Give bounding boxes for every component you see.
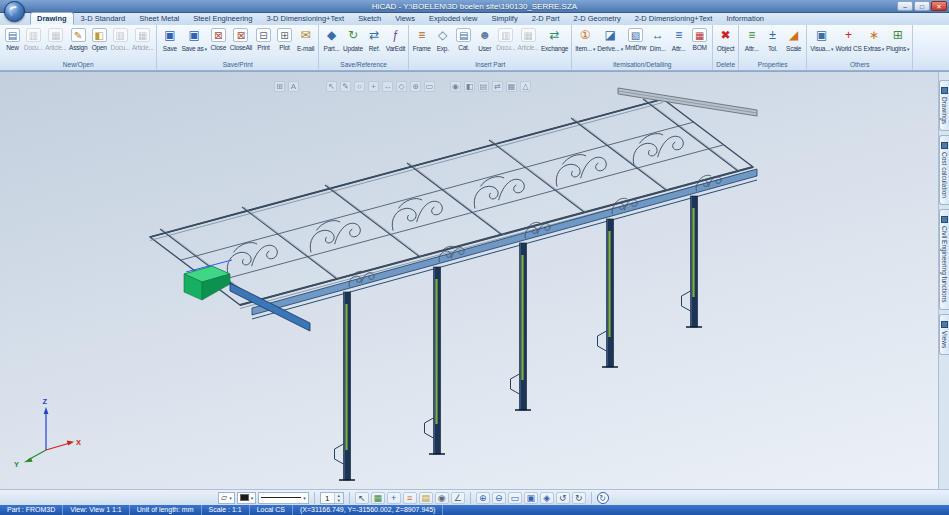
ribbon-button-closeall[interactable]: ⊠CloseAll: [229, 26, 253, 60]
colour-dropdown[interactable]: ▾: [237, 492, 257, 504]
ribbon-button-article[interactable]: ▦Article...: [516, 26, 539, 60]
minimize-button[interactable]: –: [897, 1, 913, 11]
point-snap-icon[interactable]: ◉: [435, 492, 449, 504]
roof-frame[interactable]: [150, 99, 753, 309]
dimension-icon[interactable]: ↔: [382, 81, 393, 92]
capture-shape-dropdown[interactable]: ▱▾: [218, 492, 235, 504]
tab-2-d-geometry[interactable]: 2-D Geometry: [567, 12, 628, 25]
ribbon-button-varedit[interactable]: ƒVarEdit: [385, 26, 406, 60]
circle-icon[interactable]: ○: [354, 81, 365, 92]
ribbon-button-ref[interactable]: ⇄Ref.: [364, 26, 385, 60]
text-icon[interactable]: A: [288, 81, 299, 92]
half-section-icon[interactable]: ◧: [464, 81, 475, 92]
tab-simplify[interactable]: Simplify: [484, 12, 524, 25]
tab-exploded-view[interactable]: Exploded view: [422, 12, 484, 25]
ribbon-button-new[interactable]: ▤New: [2, 26, 23, 60]
ribbon-button-user[interactable]: ☻User: [474, 26, 495, 60]
ribbon-button-exchange[interactable]: ⇄Exchange: [540, 26, 569, 60]
ribbon-button-attr[interactable]: ≡Attr...: [668, 26, 689, 60]
tab-drawing[interactable]: Drawing: [30, 12, 74, 25]
cantilever-beam[interactable]: [618, 88, 757, 116]
line-type-dropdown[interactable]: ▾: [258, 492, 309, 504]
column-3[interactable]: [511, 243, 532, 410]
ribbon-button-dim[interactable]: ↔Dim...: [647, 26, 668, 60]
ribbon-button-part[interactable]: ◆Part...: [321, 26, 342, 60]
tab-steel-engineering[interactable]: Steel Engineering: [186, 12, 259, 25]
sheet-icon[interactable]: ▤: [419, 492, 433, 504]
rectangle-icon[interactable]: ▭: [424, 81, 435, 92]
ribbon-button-e-mail[interactable]: ✉E-mail: [295, 26, 316, 60]
ribbon-button-docu[interactable]: ▥Docu...: [495, 26, 516, 60]
tab-sheet-metal[interactable]: Sheet Metal: [132, 12, 186, 25]
cursor-select-icon[interactable]: ↖: [355, 492, 369, 504]
ribbon-button-plot[interactable]: ⊞Plot: [274, 26, 295, 60]
tab-sketch[interactable]: Sketch: [351, 12, 388, 25]
side-tab-civil-engineering-functions[interactable]: Civil Engineering functions: [939, 209, 949, 310]
tab-2-d-dimensioning-text[interactable]: 2-D Dimensioning+Text: [628, 12, 720, 25]
ribbon-button-world-cs[interactable]: +World CS: [834, 26, 862, 60]
ribbon-button-tol[interactable]: ±Tol.: [762, 26, 783, 60]
tab-3-d-standard[interactable]: 3-D Standard: [74, 12, 133, 25]
select-arrow-icon[interactable]: ↖: [326, 81, 337, 92]
spinner-down-icon[interactable]: ▼: [335, 498, 343, 503]
grid-icon[interactable]: ⊞: [274, 81, 285, 92]
snap-icon[interactable]: +: [387, 492, 401, 504]
ribbon-button-docu[interactable]: ▥Docu...: [110, 26, 131, 60]
ribbon-button-update[interactable]: ↻Update: [342, 26, 364, 60]
pencil-icon[interactable]: ✎: [340, 81, 351, 92]
zoom-window-icon[interactable]: ▭: [508, 492, 522, 504]
zoom-fit-icon[interactable]: ▣: [524, 492, 538, 504]
ribbon-button-plugins[interactable]: ⊞Plugins▾: [885, 26, 910, 60]
ribbon-button-save[interactable]: ▣Save: [159, 26, 180, 60]
selected-part[interactable]: [184, 260, 310, 331]
zoom-icon[interactable]: ⊕: [410, 81, 421, 92]
maximize-button[interactable]: □: [914, 1, 930, 11]
ribbon-button-article[interactable]: ▦Article...: [131, 26, 154, 60]
polygon-icon[interactable]: ◇: [396, 81, 407, 92]
grid-icon[interactable]: ▦: [371, 492, 385, 504]
ribbon-button-derive[interactable]: ◪Derive...▾: [596, 26, 624, 60]
layers-icon[interactable]: ≡: [403, 492, 417, 504]
point-icon[interactable]: +: [368, 81, 379, 92]
tab-2-d-part[interactable]: 2-D Part: [525, 12, 567, 25]
zoom-out-icon[interactable]: ⊖: [492, 492, 506, 504]
ribbon-button-cat[interactable]: ▤Cat.: [453, 26, 474, 60]
ribbon-button-bom[interactable]: ▦BOM: [689, 26, 710, 60]
side-tab-views[interactable]: Views: [939, 314, 949, 355]
ribbon-button-scale[interactable]: ◢Scale: [783, 26, 804, 60]
ribbon-button-exp[interactable]: ◇Exp.: [432, 26, 453, 60]
swap-view-icon[interactable]: ⇄: [492, 81, 503, 92]
tab-views[interactable]: Views: [388, 12, 422, 25]
side-tab-cost-calculation[interactable]: Cost calculation: [939, 135, 949, 205]
sheet-view-icon[interactable]: ▤: [478, 81, 489, 92]
model-canvas[interactable]: Z X Y: [0, 72, 938, 489]
ribbon-button-assign[interactable]: ✎Assign: [68, 26, 89, 60]
pan-icon[interactable]: ◈: [540, 492, 554, 504]
ribbon-button-docu[interactable]: ▥Docu...: [23, 26, 44, 60]
ribbon-button-visua[interactable]: ▣Visua...▾: [809, 26, 834, 60]
ribbon-button-print[interactable]: ⊟Print: [253, 26, 274, 60]
ribbon-button-mntdrw[interactable]: ▧MntDrw: [624, 26, 647, 60]
column-4[interactable]: [598, 219, 619, 367]
hicad-application-button[interactable]: [4, 1, 25, 22]
tab-information[interactable]: Information: [719, 12, 771, 25]
ribbon-button-item[interactable]: ①Item...▾: [574, 26, 596, 60]
viewport[interactable]: Z X Y DrawingsCost calculationCivil Engi…: [0, 71, 949, 489]
rotate-view-icon[interactable]: ↻: [572, 492, 586, 504]
previous-view-icon[interactable]: ↺: [556, 492, 570, 504]
column-1[interactable]: [335, 292, 356, 480]
column-2[interactable]: [425, 267, 446, 454]
increment-spinner[interactable]: 1▲▼: [320, 492, 344, 504]
ribbon-button-frame[interactable]: ≡Frame: [411, 26, 432, 60]
tab-3-d-dimensioning-text[interactable]: 3-D Dimensioning+Text: [259, 12, 351, 25]
ribbon-button-extras[interactable]: ∗Extras▾: [863, 26, 886, 60]
column-5[interactable]: [682, 196, 703, 327]
ribbon-button-close[interactable]: ⊠Close: [208, 26, 229, 60]
ribbon-button-open[interactable]: ◧Open: [89, 26, 110, 60]
shaded-view-icon[interactable]: ◉: [450, 81, 461, 92]
redraw-icon[interactable]: ↻: [597, 492, 609, 504]
ribbon-button-article[interactable]: ▦Article...: [44, 26, 67, 60]
ribbon-button-object[interactable]: ✖Object: [715, 26, 736, 60]
ribbon-button-attr[interactable]: ≡Attr...: [741, 26, 762, 60]
ribbon-button-save-as[interactable]: ▣Save as▾: [180, 26, 207, 60]
